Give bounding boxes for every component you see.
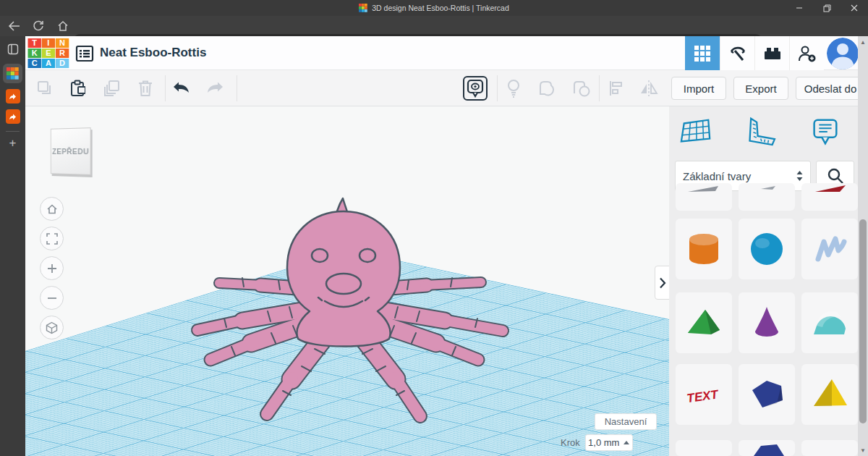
group-button[interactable] <box>537 79 556 98</box>
svg-text:I: I <box>47 38 49 47</box>
back-button[interactable] <box>3 17 25 35</box>
shape-tile-partial[interactable] <box>676 440 732 456</box>
notes-tool-button[interactable] <box>807 114 843 150</box>
snap-step-dropdown[interactable]: 1,0 mm <box>585 434 633 451</box>
scroll-down-icon[interactable]: ▼ <box>858 444 868 456</box>
shape-tile-round-roof[interactable] <box>801 292 858 353</box>
tinkercad-favicon <box>359 4 367 12</box>
toolbar-separator <box>165 75 166 101</box>
panel-collapse-handle[interactable] <box>655 266 669 300</box>
design-title: Neat Esboo-Rottis <box>100 46 206 60</box>
mirror-button[interactable] <box>639 79 658 98</box>
tab-title-text: 3D design Neat Esboo-Rottis | Tinkercad <box>372 4 509 12</box>
copy-button[interactable] <box>35 79 54 98</box>
ruler-tool-button[interactable] <box>742 114 778 150</box>
undo-button[interactable] <box>171 79 190 98</box>
tinkercad-favicon <box>7 67 19 80</box>
snap-step-label: Krok <box>561 437 580 448</box>
browser-tab-favicon[interactable] <box>6 109 20 124</box>
shape-tile-polygon[interactable] <box>739 364 795 425</box>
view-cube[interactable]: ZEPŘEDU <box>51 127 91 175</box>
svg-text:K: K <box>32 48 38 57</box>
shape-panel: Základní tvary TEXT <box>669 106 858 456</box>
grid-settings-button[interactable]: Nastavení <box>595 413 657 430</box>
eye-bubble-icon <box>467 79 484 98</box>
fit-view-button[interactable] <box>40 227 64 250</box>
window-titlebar: 3D design Neat Esboo-Rottis | Tinkercad <box>0 0 868 16</box>
shape-tile-scribble[interactable] <box>801 219 858 279</box>
svg-text:A: A <box>46 59 51 67</box>
svg-text:TEXT: TEXT <box>686 387 720 405</box>
home-view-button[interactable] <box>40 197 64 221</box>
browser-tab-favicon[interactable] <box>6 89 20 104</box>
shape-tile-polygon-partial[interactable] <box>739 440 795 456</box>
svg-text:T: T <box>32 38 37 47</box>
shape-tile-sphere[interactable] <box>739 219 795 279</box>
shape-tile-wedge-partial[interactable] <box>739 183 795 211</box>
tinkercad-app: TIN KER CAD Neat Esboo-Rottis <box>25 36 868 456</box>
add-person-icon <box>797 44 817 63</box>
shape-category-value: Základní tvary <box>683 170 751 182</box>
minecraft-export-button[interactable] <box>720 36 754 70</box>
delete-button[interactable] <box>136 79 155 98</box>
perspective-toggle-button[interactable] <box>40 316 64 339</box>
ruler-icon <box>744 115 777 148</box>
duplicate-button[interactable] <box>103 79 122 98</box>
chevron-up-icon <box>624 441 629 444</box>
toolbar-separator <box>497 75 498 101</box>
align-button[interactable] <box>606 79 625 98</box>
shape-tile-wedge-partial[interactable] <box>801 183 858 211</box>
brick-view-button[interactable] <box>754 36 789 70</box>
scrollbar-thumb[interactable] <box>859 219 867 423</box>
sort-arrows-icon <box>796 171 803 181</box>
restore-button[interactable] <box>813 0 841 16</box>
export-button[interactable]: Export <box>733 77 788 100</box>
active-tab-tinkercad[interactable] <box>3 64 22 83</box>
invite-people-button[interactable] <box>789 36 824 70</box>
close-button[interactable] <box>841 0 868 16</box>
notes-icon <box>808 115 841 148</box>
import-button[interactable]: Import <box>671 77 726 100</box>
viewport-3d[interactable]: ZEPŘEDU Nastavení Krok 1,0 mm <box>25 106 669 456</box>
edge-window: 3D design Neat Esboo-Rottis | Tinkercad … <box>0 0 868 456</box>
shape-tile-cylinder[interactable] <box>676 219 732 279</box>
octopus-model[interactable] <box>141 195 546 434</box>
send-to-button[interactable]: Odeslat do <box>796 77 865 100</box>
workplane-tool-button[interactable] <box>678 114 714 150</box>
pickaxe-icon <box>728 44 747 63</box>
home-button[interactable] <box>52 17 74 35</box>
toolbar-separator <box>599 75 600 101</box>
tinkercad-logo[interactable]: TIN KER CAD <box>27 38 69 68</box>
shape-tile-partial[interactable] <box>801 440 858 456</box>
new-tab-button[interactable]: + <box>0 136 25 151</box>
shape-tile-text[interactable]: TEXT <box>676 364 732 425</box>
page-scrollbar[interactable]: ▲ ▼ <box>858 36 868 456</box>
shape-tile-wedge-partial[interactable] <box>676 183 732 211</box>
viewport-nav-controls <box>40 197 64 345</box>
paste-button[interactable] <box>68 79 87 98</box>
ungroup-button[interactable] <box>572 79 591 98</box>
refresh-button[interactable] <box>27 17 49 35</box>
svg-text:R: R <box>59 48 65 57</box>
edge-vertical-tabs-sidebar: + <box>0 36 25 456</box>
shape-tile-roof[interactable] <box>676 292 732 353</box>
app-header: TIN KER CAD Neat Esboo-Rottis <box>25 36 868 70</box>
redo-button[interactable] <box>206 79 225 98</box>
tinkercad-profile-avatar[interactable] <box>827 38 859 69</box>
snap-step-value: 1,0 mm <box>588 437 619 448</box>
light-bulb-button[interactable] <box>504 79 523 98</box>
svg-text:E: E <box>46 48 51 57</box>
notes-visibility-button[interactable] <box>463 76 488 101</box>
list-icon <box>75 44 94 63</box>
tab-actions-icon[interactable] <box>0 39 25 59</box>
shape-tile-pyramid[interactable] <box>801 364 858 425</box>
minimize-button[interactable] <box>786 0 813 16</box>
zoom-out-button[interactable] <box>40 286 64 310</box>
shape-tile-cone[interactable] <box>739 292 795 353</box>
scroll-up-icon[interactable]: ▲ <box>858 36 868 48</box>
zoom-in-button[interactable] <box>40 256 64 280</box>
browser-tab[interactable]: 3D design Neat Esboo-Rottis | Tinkercad <box>0 0 868 16</box>
dashboard-button[interactable] <box>685 36 720 70</box>
sidebar-divider <box>6 131 20 132</box>
design-properties-button[interactable] <box>75 43 94 63</box>
